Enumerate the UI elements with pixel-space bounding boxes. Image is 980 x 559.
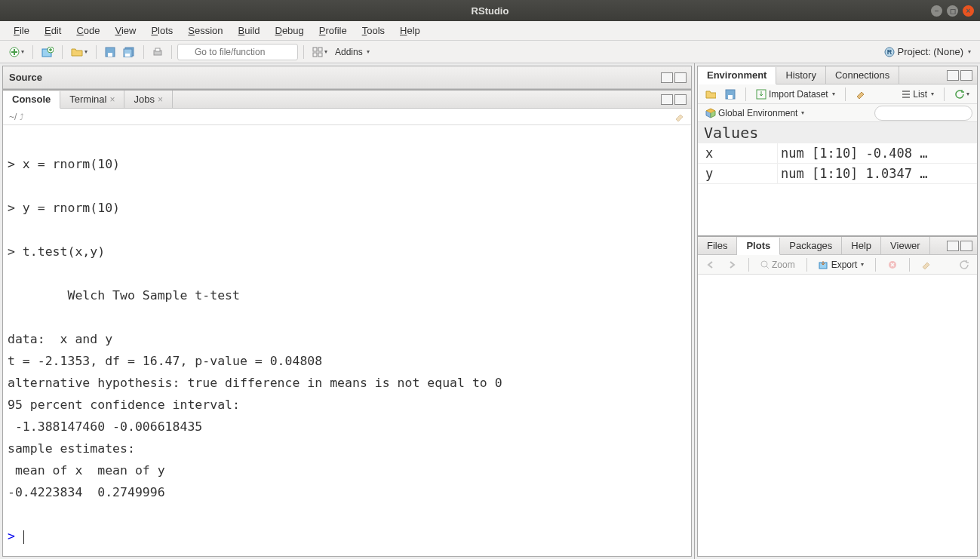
broom-icon	[856, 89, 866, 100]
plots-minimize[interactable]	[947, 241, 959, 251]
env-search[interactable]	[874, 106, 972, 121]
maximize-button[interactable]: ◻	[947, 5, 958, 17]
svg-rect-12	[313, 53, 317, 57]
r-project-icon: R	[884, 47, 895, 57]
project-plus-icon	[41, 47, 54, 57]
new-file-button[interactable]: ▾	[6, 44, 27, 60]
plots-maximize[interactable]	[960, 241, 972, 251]
arrow-left-icon	[706, 260, 715, 269]
tab-jobs[interactable]: Jobs×	[124, 91, 172, 108]
tab-connections[interactable]: Connections	[826, 66, 899, 84]
refresh-icon	[954, 89, 965, 100]
menu-tools[interactable]: Tools	[356, 23, 391, 38]
menu-edit[interactable]: Edit	[38, 23, 67, 38]
save-button[interactable]	[102, 44, 118, 60]
close-icon[interactable]: ×	[109, 94, 115, 105]
svg-rect-9	[155, 48, 160, 51]
print-button[interactable]	[149, 44, 166, 60]
env-var-value: num [1:10] -0.408 …	[778, 143, 977, 163]
path-arrow-icon: ⤴	[20, 112, 24, 121]
console-path: ~/	[9, 112, 17, 122]
cube-icon	[705, 108, 716, 118]
plots-body	[698, 275, 977, 556]
clear-workspace[interactable]	[853, 86, 869, 103]
close-icon[interactable]: ×	[158, 94, 163, 105]
plot-prev[interactable]	[702, 256, 719, 273]
env-row[interactable]: x num [1:10] -0.408 …	[698, 143, 977, 164]
environment-panel: Environment History Connections Import D…	[697, 66, 978, 236]
tab-terminal[interactable]: Terminal×	[60, 91, 124, 108]
menu-session[interactable]: Session	[182, 23, 229, 38]
remove-plot[interactable]	[884, 256, 901, 273]
env-maximize[interactable]	[960, 70, 972, 81]
console-output: > x = rnorm(10) > y = rnorm(10) > t.test…	[8, 157, 502, 499]
menu-view[interactable]: View	[109, 23, 142, 38]
goto-input[interactable]	[177, 44, 298, 60]
tab-plots[interactable]: Plots	[737, 238, 780, 255]
clear-console-icon[interactable]	[674, 112, 685, 122]
console-maximize[interactable]	[674, 94, 687, 105]
menu-build[interactable]: Build	[232, 23, 266, 38]
refresh-icon	[959, 260, 969, 270]
env-row[interactable]: y num [1:10] 1.0347 …	[698, 164, 977, 184]
tab-console[interactable]: Console	[3, 91, 60, 109]
minimize-button[interactable]: –	[931, 5, 942, 17]
new-project-button[interactable]	[38, 44, 57, 60]
plot-next[interactable]	[723, 256, 740, 273]
svg-rect-4	[108, 53, 112, 57]
env-scope[interactable]: Global Environment▾	[702, 105, 807, 121]
open-file-button[interactable]: ▾	[68, 44, 91, 60]
load-workspace[interactable]	[702, 86, 719, 103]
env-minimize[interactable]	[947, 70, 959, 81]
tab-history[interactable]: History	[776, 66, 825, 84]
menu-help[interactable]: Help	[394, 23, 426, 38]
folder-open-icon	[71, 47, 83, 57]
console-body[interactable]: > x = rnorm(10) > y = rnorm(10) > t.test…	[3, 125, 691, 556]
zoom-button[interactable]: Zoom	[757, 256, 798, 273]
addins-button[interactable]: Addins▾	[332, 44, 373, 60]
window-title: RStudio	[472, 5, 509, 17]
grid-button[interactable]: ▾	[309, 44, 330, 60]
refresh-env[interactable]: ▾	[951, 86, 972, 103]
env-var-name: x	[698, 143, 778, 163]
console-panel: Console Terminal× Jobs× ~/ ⤴ > x = rnorm…	[2, 90, 692, 557]
grid-icon	[312, 47, 323, 57]
tab-files[interactable]: Files	[698, 237, 737, 254]
svg-text:R: R	[886, 48, 892, 56]
save-all-button[interactable]	[120, 44, 138, 60]
close-button[interactable]: ×	[963, 5, 974, 17]
console-prompt: >	[8, 529, 15, 543]
tab-packages[interactable]: Packages	[780, 237, 842, 254]
save-workspace[interactable]	[722, 86, 739, 103]
refresh-plots[interactable]	[956, 256, 972, 273]
arrow-right-icon	[727, 260, 736, 269]
clear-plots[interactable]	[918, 256, 935, 273]
disk-icon	[725, 89, 736, 100]
svg-point-19	[761, 261, 767, 267]
list-icon	[902, 90, 911, 99]
console-minimize[interactable]	[661, 94, 673, 105]
env-var-value: num [1:10] 1.0347 …	[778, 164, 977, 183]
goto-file-function[interactable]: ➜	[177, 44, 298, 60]
broom-icon	[921, 260, 932, 270]
menu-profile[interactable]: Profile	[313, 23, 353, 38]
disk-icon	[105, 47, 115, 57]
menu-debug[interactable]: Debug	[269, 23, 310, 38]
tab-environment[interactable]: Environment	[698, 67, 776, 84]
svg-rect-7	[125, 54, 130, 57]
menu-code[interactable]: Code	[70, 23, 106, 38]
list-view[interactable]: List▾	[899, 86, 937, 103]
project-menu[interactable]: R Project: (None)▾	[881, 44, 974, 60]
source-minimize[interactable]	[661, 72, 673, 83]
console-path-bar: ~/ ⤴	[3, 109, 691, 125]
menu-file[interactable]: File	[8, 23, 35, 38]
svg-rect-10	[313, 48, 317, 51]
tab-help[interactable]: Help	[842, 237, 881, 254]
menu-plots[interactable]: Plots	[145, 23, 179, 38]
export-button[interactable]: Export▾	[816, 256, 868, 273]
tab-viewer[interactable]: Viewer	[881, 237, 930, 254]
main-toolbar: ▾ ▾ ➜ ▾ Addins▾ R Project: (None)▾	[0, 41, 980, 63]
plus-circle-icon	[9, 47, 20, 57]
import-dataset[interactable]: Import Dataset▾	[753, 86, 838, 103]
source-maximize[interactable]	[674, 72, 687, 83]
